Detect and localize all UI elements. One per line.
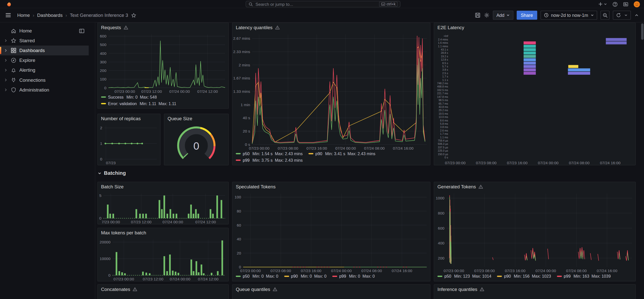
save-dashboard-button[interactable] (475, 12, 480, 18)
panel-header[interactable]: E2E Latency (434, 23, 635, 32)
gear-icon (484, 12, 489, 18)
grafana-logo[interactable] (6, 1, 12, 7)
sidebar-item-connections[interactable]: Connections (0, 75, 89, 85)
legend-item[interactable]: p90Min: 3.41 s Max: 2.43 mins (308, 151, 375, 157)
panel-header[interactable]: Concatenates (98, 285, 228, 294)
chevron-right-icon[interactable] (3, 78, 8, 82)
svg-text:07/24 00:00: 07/24 00:00 (169, 90, 190, 94)
panel-header[interactable]: Speculated Tokens (232, 182, 430, 191)
refresh-interval-caret-icon[interactable] (624, 14, 628, 17)
svg-text:07/24 00:00: 07/24 00:00 (170, 277, 190, 281)
panel-header[interactable]: Number of replicas (98, 114, 160, 123)
speculated-tokens-chart[interactable]: 10080604020007/23 00:0007/23 08:0007/23 … (232, 191, 430, 273)
sidebar-item-administration[interactable]: Administration (0, 85, 89, 95)
generated-tokens-chart[interactable]: 100080060040020007/23 00:0007/23 08:0007… (434, 191, 635, 273)
sidebar-item-label: Connections (19, 77, 46, 82)
panel-header[interactable]: Latency quantiles (232, 23, 430, 32)
svg-text:498.8 ms: 498.8 ms (437, 85, 448, 88)
panel-requests: Requests 600500400300200100007/23 00:000… (97, 23, 229, 109)
svg-text:07/24 00:00: 07/24 00:00 (162, 220, 183, 224)
panel-header[interactable]: Batch Size (98, 182, 228, 191)
share-button[interactable]: Share (517, 11, 537, 20)
legend-item[interactable]: p99Min: 3.75 s Max: 2.43 mins (236, 157, 303, 163)
collapse-controls-button[interactable] (634, 13, 639, 18)
svg-text:0 s: 0 s (445, 156, 448, 159)
svg-text:506.3 µs: 506.3 µs (438, 142, 448, 145)
section-header-batching[interactable]: Batching (97, 170, 126, 176)
panel-header[interactable]: Generated Tokens (434, 182, 635, 191)
panel-header[interactable]: Max tokens per batch (98, 228, 228, 237)
panel-header[interactable]: Inference quantiles (434, 285, 635, 294)
panel-header[interactable]: Queue quantiles (232, 285, 430, 294)
chevron-right-icon[interactable] (3, 49, 8, 53)
breadcrumb-home[interactable]: Home (17, 13, 30, 18)
breadcrumb: Home › Dashboards › Text Generation Infe… (17, 13, 136, 18)
search-input[interactable] (256, 2, 377, 7)
inference-quantiles-chart[interactable] (434, 294, 635, 299)
queue-quantiles-chart[interactable] (232, 294, 430, 299)
svg-text:500: 500 (100, 43, 106, 47)
max-tokens-chart[interactable]: 2000010000007/23 00:0007/23 12:0007/24 0… (98, 237, 228, 281)
latency-chart[interactable]: 2.67 mins2.33 mins2 mins1.67 mins1.33 mi… (232, 32, 430, 150)
sidebar-item-dashboards[interactable]: Dashboards (0, 46, 89, 55)
panel-header[interactable]: Requests (98, 23, 228, 32)
svg-text:40: 40 (237, 237, 241, 241)
panel-title: Batch Size (101, 184, 124, 189)
legend-item[interactable]: p90Min: 156 Max: 1023 (497, 273, 551, 279)
concatenates-chart[interactable] (98, 294, 228, 299)
queue-size-gauge[interactable]: 0 (164, 123, 228, 165)
new-button[interactable] (598, 2, 607, 7)
sidebar-item-starred[interactable]: Starred (0, 36, 89, 46)
requests-chart[interactable]: 600500400300200100007/23 00:0007/23 12:0… (98, 32, 228, 94)
page-scrollbar[interactable] (641, 23, 644, 298)
batch-size-chart[interactable]: 507/23 00:0007/23 12:0007/24 00:0007/24 … (98, 191, 228, 224)
dashboard-settings-button[interactable] (484, 12, 489, 18)
warning-icon (133, 287, 137, 291)
legend-item[interactable]: p90Min: 0 Max: 0 (284, 273, 327, 279)
svg-text:1.6 mins: 1.6 mins (438, 41, 448, 44)
svg-text:2.6 ms: 2.6 ms (440, 129, 448, 132)
chevron-right-icon[interactable] (3, 68, 8, 72)
favorite-star-icon[interactable] (131, 13, 136, 18)
legend-item[interactable]: p99Min: 0 Max: 0 (332, 273, 375, 279)
time-range-picker[interactable]: now-2d to now-1m (540, 11, 597, 20)
breadcrumb-dashboards[interactable]: Dashboards (37, 13, 62, 18)
sidebar-item-explore[interactable]: Explore (0, 55, 89, 65)
search-bar[interactable]: ctrl+k (246, 1, 401, 7)
svg-text:+Inf: +Inf (444, 34, 448, 37)
svg-text:07/23 00:00: 07/23 00:00 (115, 90, 135, 94)
legend-item[interactable]: Error: validationMin: 1.11 Max: 1.11 (101, 101, 176, 107)
dock-menu-icon[interactable] (79, 28, 85, 33)
legend-item[interactable]: p50Min: 123 Max: 1014 (437, 273, 491, 279)
svg-text:2.5 s: 2.5 s (442, 72, 448, 75)
svg-text:2.4 mins: 2.4 mins (438, 38, 448, 41)
add-button[interactable]: Add (493, 11, 514, 20)
menu-toggle-button[interactable] (5, 12, 12, 18)
chevron-right-icon[interactable] (3, 58, 8, 62)
panel-header[interactable]: Queue Size (164, 114, 228, 123)
user-avatar[interactable] (634, 1, 640, 7)
help-button[interactable] (612, 2, 618, 7)
replicas-chart[interactable]: 21007/23 (98, 123, 160, 165)
legend-item[interactable]: p50Min: 1.54 s Max: 2.43 mins (236, 151, 303, 157)
scrollbar-thumb[interactable] (641, 23, 644, 40)
sidebar-item-alerting[interactable]: Alerting (0, 65, 89, 75)
chevron-right-icon[interactable] (3, 88, 8, 92)
svg-text:07/23 12:00: 07/23 12:00 (141, 90, 162, 94)
svg-text:20: 20 (237, 251, 241, 255)
news-button[interactable] (623, 2, 628, 7)
svg-text:12.8 s: 12.8 s (441, 58, 448, 61)
svg-text:0: 0 (104, 86, 106, 90)
svg-text:07/23 00:00: 07/23 00:00 (445, 161, 466, 165)
sidebar-item-home[interactable]: Home (0, 26, 89, 36)
e2e-heatmap[interactable]: +Inf2.4 mins1.6 mins1.1 mins43.1 s28.8 s… (434, 32, 635, 165)
svg-text:5.7 s: 5.7 s (442, 65, 448, 68)
caret-down-icon (604, 3, 607, 6)
legend-item[interactable]: p50Min: 0 Max: 0 (236, 273, 278, 279)
legend-item[interactable]: p99Min: 163 Max: 1039 (557, 273, 611, 279)
chevron-right-icon[interactable] (3, 38, 8, 42)
svg-text:07/23 00:00: 07/23 00:00 (249, 146, 270, 150)
legend-item[interactable]: SuccessMin: 0 Max: 548 (101, 94, 157, 100)
refresh-icon[interactable] (616, 13, 621, 18)
zoom-out-button[interactable] (600, 11, 610, 20)
